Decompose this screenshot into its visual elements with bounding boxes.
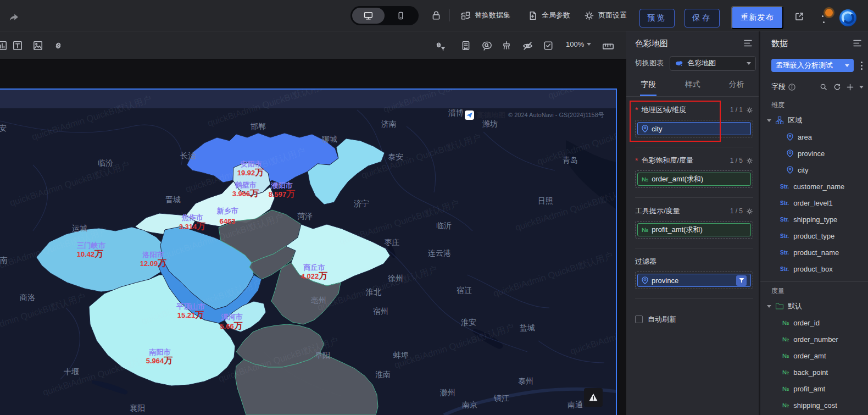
tooltip-field-dropzone[interactable]: № profit_amt(求和): [635, 221, 753, 239]
field-province[interactable]: province: [760, 145, 868, 162]
tab-fields[interactable]: 字段: [626, 73, 670, 96]
auto-refresh-row: 自动刷新: [635, 314, 753, 324]
zoom-control[interactable]: 100%: [566, 40, 591, 48]
auto-refresh-checkbox[interactable]: [635, 316, 643, 323]
field-name: order_level1: [793, 199, 833, 207]
external-link-icon[interactable]: [794, 11, 805, 22]
search-icon[interactable]: [820, 83, 828, 91]
field-order-id[interactable]: №order_id: [760, 314, 868, 331]
link-filter-icon[interactable]: [434, 40, 446, 52]
avatar-dot: [823, 21, 825, 23]
save-button[interactable]: 保存: [685, 9, 720, 27]
clear-brush-icon[interactable]: [501, 40, 512, 51]
link-widget-icon[interactable]: [53, 40, 64, 51]
quickbi-logo[interactable]: [839, 9, 857, 27]
field-back-point[interactable]: №back_point: [760, 364, 868, 380]
svg-text:10.42万: 10.42万: [77, 249, 104, 258]
field-order-amt[interactable]: №order_amt: [760, 347, 868, 364]
string-type-icon: Str.: [780, 266, 789, 272]
field-profit-amt[interactable]: №profit_amt: [760, 380, 868, 397]
field-shipping-type[interactable]: Str.shipping_type: [760, 211, 868, 228]
field-product-type[interactable]: Str.product_type: [760, 228, 868, 244]
geo-field-dropzone[interactable]: city: [635, 120, 753, 137]
collapse-caret-icon[interactable]: [767, 305, 771, 308]
field-customer-name[interactable]: Str.customer_name: [760, 178, 868, 195]
tab-analysis[interactable]: 分析: [715, 73, 759, 96]
svg-text:十堰: 十堰: [64, 367, 79, 376]
page-settings-button[interactable]: 页面设置: [584, 0, 627, 31]
text-widget-icon[interactable]: [12, 40, 23, 51]
field-order-level1[interactable]: Str.order_level1: [760, 195, 868, 211]
collapse-panel-icon[interactable]: [744, 39, 752, 48]
field-product-name[interactable]: Str.product_name: [760, 244, 868, 261]
field-city[interactable]: city: [760, 162, 868, 178]
image-widget-icon[interactable]: [32, 40, 43, 51]
data-panel-title: 数据: [771, 38, 788, 49]
desktop-toggle[interactable]: [352, 8, 385, 24]
field-order-number[interactable]: №order_number: [760, 331, 868, 347]
filter-field-dropzone[interactable]: province: [635, 272, 753, 289]
chat-search-icon[interactable]: [481, 40, 493, 52]
field-shipping-cost[interactable]: №shipping_cost: [760, 397, 868, 413]
zoom-level: 100%: [566, 40, 584, 48]
tooltip-field-pill[interactable]: № profit_amt(求和): [637, 223, 751, 236]
republish-button[interactable]: 重新发布: [731, 6, 783, 29]
color-field-pill[interactable]: № order_amt(求和): [637, 173, 751, 186]
preview-button[interactable]: 预览: [639, 9, 675, 27]
field-name: area: [798, 133, 812, 141]
lock-icon[interactable]: [431, 10, 442, 21]
field-name: shipping_type: [793, 215, 837, 224]
svg-text:菏泽: 菏泽: [297, 212, 313, 220]
chart-type-select[interactable]: 色彩地图: [670, 56, 756, 71]
field-area[interactable]: area: [760, 129, 868, 145]
report-icon[interactable]: [460, 40, 471, 51]
svg-text:晋城: 晋城: [165, 195, 181, 204]
chart-widget-icon[interactable]: [0, 40, 8, 51]
location-pin-icon: [642, 125, 648, 132]
filter-funnel-icon[interactable]: [736, 275, 747, 286]
field-name: product_box: [793, 265, 833, 273]
color-section-count: 1 / 5: [730, 157, 743, 164]
hierarchy-icon: [776, 117, 783, 124]
section-settings-icon[interactable]: [746, 107, 753, 114]
dimension-tree-area[interactable]: 区域: [760, 112, 868, 129]
string-type-icon: Str.: [780, 250, 789, 256]
hide-eye-icon[interactable]: [522, 40, 533, 52]
svg-text:南京: 南京: [462, 400, 477, 409]
svg-text:8.597万: 8.597万: [269, 189, 296, 198]
dataset-select[interactable]: 孟瑶嵌入分析测试: [771, 59, 854, 72]
map-warning-button[interactable]: [584, 388, 603, 407]
dimension-tree-label: 区域: [788, 115, 802, 125]
color-map-widget[interactable]: 延安 临汾 长治 邯郸 聊城 济南 淄博 潍坊 泰安 青岛 晋城 运城 菏泽 济…: [0, 88, 617, 415]
color-field-name: order_amt(求和): [652, 174, 703, 184]
mobile-toggle[interactable]: [385, 8, 417, 24]
filter-field-pill[interactable]: province: [637, 274, 751, 287]
svg-text:济宁: 济宁: [354, 199, 369, 208]
location-pin-icon: [787, 166, 793, 174]
geo-field-pill[interactable]: city: [637, 122, 751, 135]
string-type-icon: Str.: [780, 217, 789, 223]
field-product-box[interactable]: Str.product_box: [760, 261, 868, 277]
location-pin-icon: [787, 150, 793, 157]
tab-style[interactable]: 样式: [670, 73, 714, 96]
refresh-icon[interactable]: [833, 83, 841, 91]
user-avatar[interactable]: [824, 7, 834, 18]
section-settings-icon[interactable]: [746, 208, 753, 215]
collapse-caret-icon[interactable]: [767, 119, 771, 122]
replace-dataset-button[interactable]: 替换数据集: [460, 0, 510, 31]
device-toggle[interactable]: [350, 6, 419, 25]
info-icon: [788, 84, 795, 91]
ruler-icon[interactable]: [602, 40, 614, 52]
color-field-dropzone[interactable]: № order_amt(求和): [635, 170, 753, 188]
chevron-down-icon[interactable]: [859, 86, 864, 88]
measure-folder-default[interactable]: 默认: [760, 298, 868, 314]
share-arrow-icon[interactable]: [8, 11, 20, 23]
dataset-more-icon[interactable]: [859, 62, 865, 70]
global-params-button[interactable]: 全局参数: [527, 0, 570, 31]
batch-select-icon[interactable]: [543, 40, 554, 51]
panel-divider: [759, 31, 760, 415]
svg-text:新乡市: 新乡市: [216, 207, 238, 215]
section-settings-icon[interactable]: [746, 157, 753, 164]
collapse-panel-icon[interactable]: [853, 39, 861, 48]
add-field-icon[interactable]: [846, 83, 854, 91]
